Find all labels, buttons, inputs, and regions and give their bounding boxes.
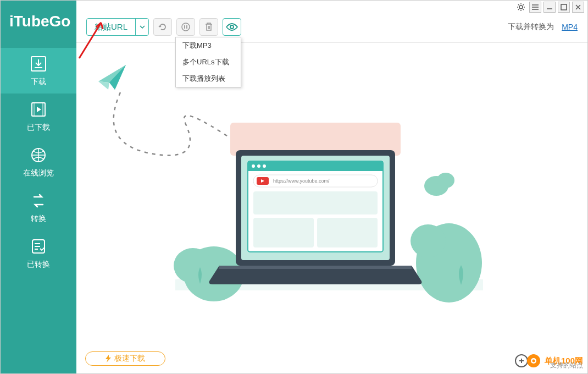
maximize-icon (561, 4, 567, 10)
empty-illustration: https://www.youtube.com/ (76, 43, 587, 346)
globe-icon (29, 147, 48, 165)
turbo-label: 极速下载 (114, 354, 145, 364)
svg-rect-7 (561, 4, 567, 10)
dropdown-item-playlist[interactable]: 下载播放列表 (176, 70, 241, 87)
titlebar (76, 1, 587, 14)
svg-point-8 (182, 23, 190, 31)
toolbar: 粘贴URL 下载并转换为 MP4 下载MP3 (76, 14, 587, 43)
convert-icon (29, 193, 48, 211)
preview-button[interactable] (223, 18, 241, 36)
app-brand: iTubeGo (1, 1, 76, 48)
sidebar-item-label: 下载 (31, 77, 46, 87)
sidebar-item-label: 在线浏览 (23, 168, 54, 178)
gear-icon (517, 3, 525, 12)
svg-point-6 (519, 6, 523, 9)
pause-button[interactable] (176, 18, 195, 36)
convert-format-link[interactable]: MP4 (562, 23, 578, 31)
svg-point-22 (257, 164, 260, 168)
paste-url-button[interactable]: 粘贴URL (87, 19, 135, 35)
eye-icon (226, 23, 238, 31)
illustration-url: https://www.youtube.com/ (273, 178, 330, 184)
svg-point-21 (252, 164, 255, 168)
minimize-icon (546, 4, 553, 10)
sidebar: iTubeGo 下载 已下载 在线浏览 (1, 1, 76, 373)
watermark: 单机100网 支持的站点 (515, 353, 583, 369)
sidebar-item-download[interactable]: 下载 (1, 48, 76, 94)
main-panel: 粘贴URL 下载并转换为 MP4 下载MP3 (76, 1, 587, 373)
svg-point-11 (174, 248, 212, 283)
download-icon (29, 56, 48, 74)
close-icon (575, 4, 581, 10)
undo-button[interactable] (153, 18, 172, 36)
chevron-down-icon (140, 25, 145, 29)
svg-point-9 (230, 25, 234, 29)
svg-point-15 (437, 173, 454, 188)
svg-rect-26 (253, 191, 378, 215)
settings-button[interactable] (515, 2, 527, 13)
svg-point-33 (532, 360, 535, 362)
sidebar-item-downloaded[interactable]: 已下载 (1, 94, 76, 139)
sidebar-item-browse[interactable]: 在线浏览 (1, 139, 76, 185)
sidebar-item-label: 转换 (31, 214, 46, 224)
dropdown-item-mp3[interactable]: 下载MP3 (176, 37, 241, 54)
convert-label: 下载并转换为 (508, 22, 554, 32)
watermark-logo-icon (515, 353, 541, 369)
paste-url-button-group: 粘贴URL (86, 18, 149, 36)
delete-button[interactable] (199, 18, 218, 36)
svg-rect-27 (253, 218, 314, 248)
dropdown-item-multi[interactable]: 多个URLs下载 (176, 54, 241, 70)
app-window: iTubeGo 下载 已下载 在线浏览 (0, 0, 588, 374)
undo-icon (158, 22, 168, 32)
pause-icon (181, 22, 191, 32)
sidebar-item-convert[interactable]: 转换 (1, 185, 76, 230)
svg-point-13 (411, 224, 446, 257)
sidebar-item-label: 已下载 (27, 123, 50, 133)
paste-dropdown-menu: 下载MP3 多个URLs下载 下载播放列表 (175, 37, 241, 87)
nav-list: 下载 已下载 在线浏览 转换 (1, 48, 76, 276)
turbo-download-button[interactable]: 极速下载 (85, 351, 165, 366)
trash-icon (204, 22, 213, 32)
sidebar-item-converted[interactable]: 已转换 (1, 230, 76, 276)
svg-rect-28 (317, 218, 378, 248)
menu-icon (532, 4, 539, 10)
watermark-sub: 支持的站点 (550, 361, 583, 370)
sidebar-item-label: 已转换 (27, 260, 50, 270)
maximize-button[interactable] (558, 2, 570, 13)
svg-rect-29 (219, 266, 412, 269)
close-button[interactable] (572, 2, 584, 13)
svg-point-23 (263, 164, 266, 168)
menu-button[interactable] (529, 2, 541, 13)
checklist-icon (29, 238, 48, 256)
paste-dropdown-toggle[interactable] (135, 19, 148, 35)
svg-rect-20 (248, 161, 383, 171)
footer: 极速下载 单机100网 支持的站点 (76, 346, 587, 373)
bolt-icon (106, 355, 111, 362)
video-file-icon (29, 101, 48, 119)
minimize-button[interactable] (543, 2, 556, 13)
